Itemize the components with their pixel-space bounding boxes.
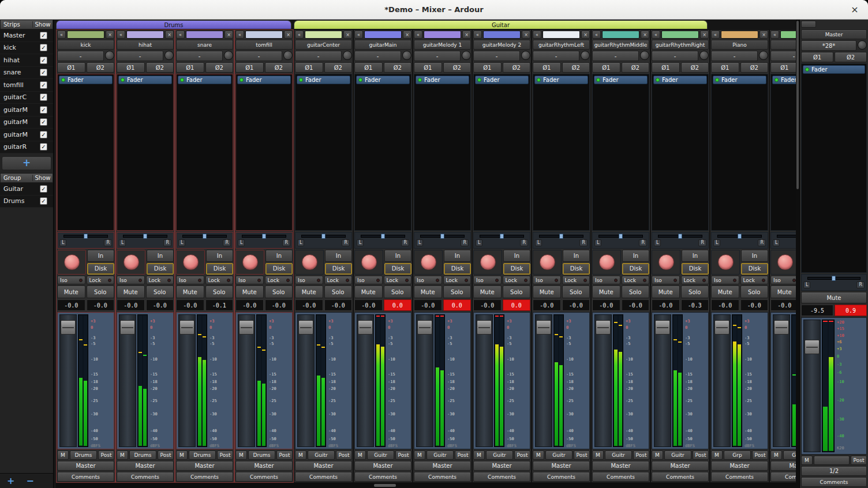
strip-shrink-icon[interactable]: « [295,31,304,39]
phase-invert-1-button[interactable]: Ø1 [414,62,442,73]
sidebar-strip-row[interactable]: Master ✓ [0,29,53,42]
trim-knob[interactable] [402,51,411,60]
fader-handle[interactable] [61,320,76,335]
metering-m-button[interactable]: M [176,451,188,460]
strip-shrink-icon[interactable]: « [652,31,660,39]
comments-button[interactable]: Comments [652,472,709,482]
master-phase-2-button[interactable]: Ø2 [835,52,867,62]
strip-close-icon[interactable]: × [165,31,174,39]
sidebar-strip-row[interactable]: hihat ✓ [0,54,53,67]
visibility-checkbox[interactable]: ✓ [40,197,47,205]
metering-m-button[interactable]: M [473,451,485,460]
meter-point-button[interactable]: Post [217,451,233,460]
phase-invert-2-button[interactable]: Ø2 [205,62,234,73]
fader-handle[interactable] [358,320,373,335]
horizontal-scrollbar[interactable] [56,483,796,488]
meter-point-button[interactable]: Post [574,451,590,460]
processor-box[interactable]: Fader [354,74,411,231]
pan-groove[interactable] [539,235,583,238]
group-button[interactable]: Guitr [664,451,691,460]
input-trim-button[interactable]: - [295,51,342,61]
mute-button[interactable]: Mute [533,286,561,298]
fader-handle[interactable] [536,320,551,335]
comments-button[interactable]: Comments [473,472,530,482]
peak-display[interactable]: -0.0 [146,299,174,311]
strip-shrink-icon[interactable]: « [473,31,482,39]
strip-name-button[interactable]: Piano [711,40,768,50]
output-button[interactable]: Master [533,461,590,471]
mute-button[interactable]: Mute [176,286,204,298]
phase-invert-2-button[interactable]: Ø2 [265,62,293,73]
master-top-button[interactable] [801,21,816,28]
comments-button[interactable]: Comments [592,472,649,482]
strip-color-bar[interactable] [364,31,402,39]
visibility-checkbox[interactable]: ✓ [40,106,47,114]
peak-display[interactable]: -0.3 [681,299,709,311]
pan-handle[interactable] [500,234,504,239]
peak-display[interactable]: 0.0 [384,299,412,311]
gain-fader[interactable] [357,314,374,447]
strip-shrink-icon[interactable]: « [117,31,125,39]
gain-display[interactable]: -0.0 [176,299,204,311]
phase-invert-1-button[interactable]: Ø1 [117,62,145,73]
processor-box[interactable]: Fader [652,74,709,231]
strip-color-bar[interactable] [542,31,580,39]
comments-button[interactable]: Comments [295,472,352,482]
peak-display[interactable]: -0.0 [740,299,769,311]
processor-box[interactable]: Fader [592,74,649,231]
visibility-checkbox[interactable]: ✓ [40,69,47,76]
output-button[interactable]: Master [711,461,768,471]
processor-box[interactable]: Fader [770,74,796,231]
processor-active-led[interactable] [418,78,422,82]
fader-handle[interactable] [179,320,194,335]
master-fader-led[interactable] [805,67,809,72]
sidebar-group-row[interactable]: Drums ✓ [0,196,53,208]
gain-display[interactable]: -0.0 [473,299,502,311]
strip-shrink-icon[interactable]: « [533,31,541,39]
meter-point-button[interactable]: Post [633,451,649,460]
visibility-checkbox[interactable]: ✓ [40,81,47,89]
mute-button[interactable]: Mute [711,286,739,298]
group-button[interactable]: Guitr [486,451,513,460]
strip-close-icon[interactable]: × [760,31,768,39]
strip-shrink-icon[interactable]: « [414,31,422,39]
meter-point-button[interactable]: Post [693,451,709,460]
gain-fader[interactable] [713,314,731,447]
solo-isolate-button[interactable]: Iso [117,276,145,284]
phase-invert-1-button[interactable]: Ø1 [533,62,561,73]
phase-invert-1-button[interactable]: Ø1 [176,62,204,73]
pan-groove[interactable] [123,235,167,238]
vscroll-handle[interactable] [796,21,799,189]
pan-control[interactable]: L R [711,232,768,249]
solo-button[interactable]: Solo [384,286,412,298]
master-fader-entry[interactable]: Fader [803,65,865,74]
comments-button[interactable]: Comments [770,472,796,482]
metering-m-button[interactable]: M [592,451,604,460]
master-pan-groove[interactable] [807,277,860,280]
visibility-checkbox[interactable]: ✓ [40,44,47,51]
gain-fader[interactable] [297,314,315,447]
group-button[interactable]: Drums [70,451,97,460]
strip-shrink-icon[interactable]: « [176,31,185,39]
fader-handle[interactable] [120,320,135,335]
monitor-input-button[interactable]: In [622,250,649,262]
strip-shrink-icon[interactable]: « [592,31,601,39]
record-enable-button[interactable] [777,254,793,270]
master-output-button[interactable]: 1/2 [801,466,867,476]
gain-fader[interactable] [238,314,255,447]
pan-control[interactable]: L R [117,232,174,249]
output-button[interactable]: Master [117,461,174,471]
solo-button[interactable]: Solo [443,286,472,298]
monitor-input-button[interactable]: In [384,250,411,262]
monitor-input-button[interactable]: In [563,250,590,262]
gain-display[interactable]: -0.0 [117,299,145,311]
comments-button[interactable]: Comments [57,472,114,482]
meter-point-button[interactable]: Post [98,451,114,460]
gain-display[interactable]: -0.0 [57,299,85,311]
comments-button[interactable]: Comments [533,472,590,482]
strip-color-bar[interactable] [661,31,699,39]
strip-color-bar[interactable] [186,31,223,39]
strip-color-bar[interactable] [245,31,283,39]
fader-processor-entry[interactable]: Fader [297,76,350,84]
meter-point-button[interactable]: Post [276,451,293,460]
